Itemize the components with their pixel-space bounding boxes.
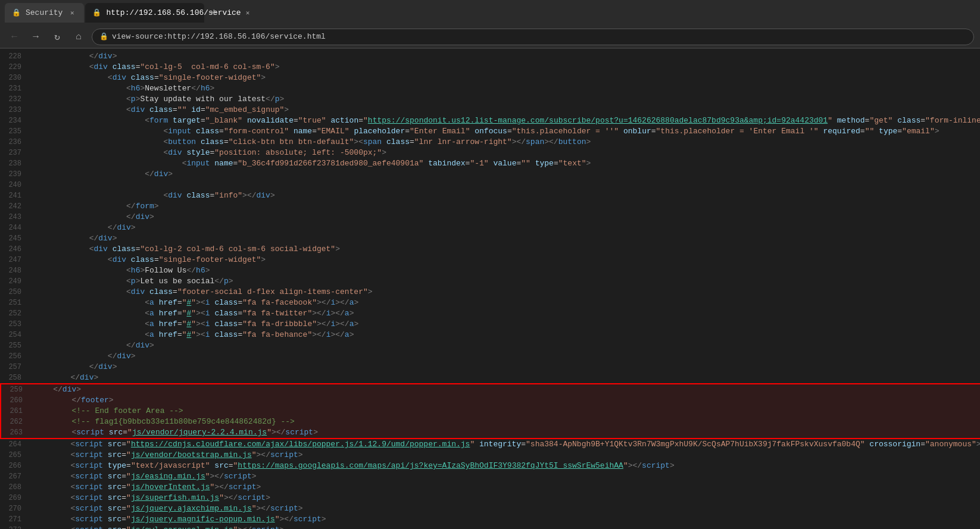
- line-number-270: 270: [0, 503, 29, 514]
- code-line-256: 256 </div>: [0, 351, 980, 362]
- line-number-247: 247: [0, 255, 29, 265]
- line-number-263: 263: [1, 427, 30, 438]
- tab-security-close[interactable]: ✕: [67, 8, 77, 18]
- line-number-269: 269: [0, 493, 29, 503]
- code-line-230: 230 <div class="single-footer-widget">: [0, 73, 980, 83]
- line-number-262: 262: [1, 417, 30, 427]
- line-number-238: 238: [0, 158, 29, 169]
- home-button[interactable]: ⌂: [70, 29, 87, 45]
- line-number-250: 250: [0, 287, 29, 298]
- code-line-248: 248 <h6>Follow Us</h6>: [0, 265, 980, 276]
- line-number-266: 266: [0, 461, 29, 471]
- code-line-242: 242 </form>: [0, 201, 980, 212]
- code-line-232: 232 <p>Stay update with our latest</p>: [0, 94, 980, 105]
- line-content-266: <script type="text/javascript" src="http…: [29, 461, 980, 471]
- code-line-228: 228 </div>: [0, 51, 980, 62]
- line-number-240: 240: [0, 180, 29, 190]
- line-number-233: 233: [0, 105, 29, 115]
- line-content-252: <a href="#"><i class="fa fa-twitter"></i…: [29, 308, 980, 319]
- line-content-234: <form target="_blank" novalidate="true" …: [29, 115, 980, 126]
- tab-security-label: Security: [26, 8, 63, 17]
- reload-button[interactable]: ↻: [49, 29, 65, 45]
- line-content-259: </div>: [30, 384, 980, 395]
- line-number-256: 256: [0, 351, 29, 362]
- code-line-243: 243 </div>: [0, 212, 980, 223]
- code-line-258: 258 </div>: [0, 373, 980, 383]
- code-line-251: 251 <a href="#"><i class="fa fa-facebook…: [0, 298, 980, 308]
- line-content-270: <script src="js/jquery.ajaxchimp.min.js"…: [29, 503, 980, 514]
- code-line-262: 262 <!-- flag1{b9bbcb33e11b80be759c4e844…: [0, 417, 980, 427]
- line-content-247: <div class="single-footer-widget">: [29, 255, 980, 265]
- code-line-259: 259 </div>: [0, 383, 980, 395]
- tab-source[interactable]: 🔒 http://192.168.56.106/service ✕: [85, 3, 204, 23]
- line-content-262: <!-- flag1{b9bbcb33e11b80be759c4e8448624…: [30, 417, 980, 427]
- forward-button[interactable]: →: [27, 29, 44, 45]
- line-number-249: 249: [0, 276, 29, 287]
- line-content-231: <h6>Newsletter</h6>: [29, 83, 980, 94]
- line-content-230: <div class="single-footer-widget">: [29, 73, 980, 83]
- tab-source-close[interactable]: ✕: [246, 8, 250, 18]
- line-content-261: <!-- End footer Area -->: [30, 406, 980, 417]
- new-tab-button[interactable]: +: [205, 5, 222, 21]
- line-number-251: 251: [0, 298, 29, 308]
- line-content-263: <script src="js/vendor/jquery-2.2.4.min.…: [30, 427, 980, 438]
- code-line-271: 271 <script src="js/jquery.magnific-popu…: [0, 514, 980, 525]
- line-number-252: 252: [0, 308, 29, 319]
- line-number-242: 242: [0, 201, 29, 212]
- code-line-268: 268 <script src="js/hoverIntent.js"></sc…: [0, 482, 980, 493]
- line-number-272: 272: [0, 525, 29, 529]
- code-line-265: 265 <script src="js/vendor/bootstrap.min…: [0, 450, 980, 461]
- line-content-258: </div>: [29, 373, 980, 383]
- line-content-239: </div>: [29, 169, 980, 180]
- line-number-264: 264: [0, 439, 29, 450]
- line-content-272: <script src="js/owl.carousel.min.js"></s…: [29, 525, 980, 529]
- address-bar[interactable]: 🔒 view-source:http://192.168.56.106/serv…: [92, 29, 974, 45]
- line-content-228: </div>: [29, 51, 980, 62]
- tab-security-icon: 🔒: [12, 8, 21, 17]
- code-line-245: 245 </div>: [0, 233, 980, 244]
- line-number-236: 236: [0, 137, 29, 148]
- line-number-267: 267: [0, 471, 29, 482]
- line-content-267: <script src="js/easing.min.js"></script>: [29, 471, 980, 482]
- line-content-244: </div>: [29, 223, 980, 233]
- line-content-255: </div>: [29, 340, 980, 351]
- line-content-237: <div style="position: absolute; left: -5…: [29, 148, 980, 158]
- line-content-254: <a href="#"><i class="fa fa-behance"></i…: [29, 330, 980, 340]
- line-number-239: 239: [0, 169, 29, 180]
- code-line-272: 272 <script src="js/owl.carousel.min.js"…: [0, 525, 980, 529]
- line-number-228: 228: [0, 51, 29, 62]
- line-number-258: 258: [0, 373, 29, 383]
- line-content-240: [29, 180, 980, 190]
- code-line-233: 233 <div class="" id="mc_embed_signup">: [0, 105, 980, 115]
- tab-security[interactable]: 🔒 Security ✕: [5, 3, 84, 23]
- line-number-246: 246: [0, 244, 29, 255]
- line-content-238: <input name="b_36c4fd991d266f23781ded980…: [29, 158, 980, 169]
- line-content-250: <div class="footer-social d-flex align-i…: [29, 287, 980, 298]
- back-button[interactable]: ←: [6, 29, 23, 45]
- line-content-264: <script src="https://cdnjs.cloudflare.co…: [29, 439, 980, 450]
- line-content-242: </form>: [29, 201, 980, 212]
- code-line-270: 270 <script src="js/jquery.ajaxchimp.min…: [0, 503, 980, 514]
- code-line-253: 253 <a href="#"><i class="fa fa-dribbble…: [0, 319, 980, 330]
- line-number-237: 237: [0, 148, 29, 158]
- line-content-260: </footer>: [30, 395, 980, 406]
- line-number-230: 230: [0, 73, 29, 83]
- line-number-255: 255: [0, 340, 29, 351]
- code-line-247: 247 <div class="single-footer-widget">: [0, 255, 980, 265]
- line-number-257: 257: [0, 362, 29, 373]
- line-number-232: 232: [0, 94, 29, 105]
- tab-bar: 🔒 Security ✕ 🔒 http://192.168.56.106/ser…: [0, 0, 980, 26]
- code-line-236: 236 <button class="click-btn btn btn-def…: [0, 137, 980, 148]
- code-line-240: 240: [0, 180, 980, 190]
- line-number-234: 234: [0, 115, 29, 126]
- line-number-229: 229: [0, 62, 29, 73]
- code-line-235: 235 <input class="form-control" name="EM…: [0, 126, 980, 137]
- line-content-271: <script src="js/jquery.magnific-popup.mi…: [29, 514, 980, 525]
- source-view[interactable]: 228 </div>229 <div class="col-lg-5 col-m…: [0, 49, 980, 529]
- code-line-234: 234 <form target="_blank" novalidate="tr…: [0, 115, 980, 126]
- line-content-253: <a href="#"><i class="fa fa-dribbble"></…: [29, 319, 980, 330]
- address-text: view-source:http://192.168.56.106/servic…: [112, 32, 326, 41]
- line-content-233: <div class="" id="mc_embed_signup">: [29, 105, 980, 115]
- line-number-241: 241: [0, 190, 29, 201]
- code-line-267: 267 <script src="js/easing.min.js"></scr…: [0, 471, 980, 482]
